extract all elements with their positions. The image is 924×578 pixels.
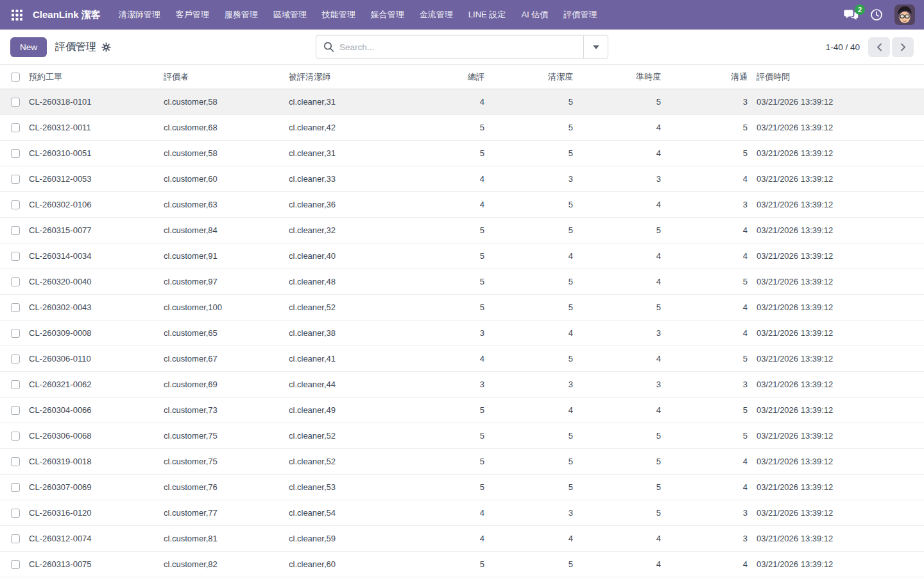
header-punctual[interactable]: 準時度 [573, 71, 661, 83]
header-overall[interactable]: 總評 [443, 71, 484, 83]
cell-punctual: 5 [573, 482, 661, 492]
table-row[interactable]: CL-260312-0053 cl.customer,60 cl.cleaner… [0, 166, 924, 192]
cell-cleaner: cl.cleaner,48 [289, 277, 443, 286]
table-row[interactable]: CL-260312-0011 cl.customer,68 cl.cleaner… [0, 115, 924, 141]
cell-order-number: CL-260310-0051 [29, 148, 164, 158]
gear-icon[interactable] [101, 42, 111, 52]
cell-clean: 5 [484, 457, 573, 466]
table-row[interactable]: CL-260315-0077 cl.customer,84 cl.cleaner… [0, 218, 924, 243]
cell-comm: 4 [661, 559, 748, 569]
table-row[interactable]: CL-260304-0066 cl.customer,73 cl.cleaner… [0, 398, 924, 423]
row-checkbox[interactable] [11, 457, 20, 466]
top-navbar: CleanLink 潔客 清潔師管理客戶管理服務管理區域管理技能管理媒合管理金流… [0, 0, 924, 30]
header-rater[interactable]: 評價者 [164, 71, 289, 83]
pager-prev-button[interactable] [868, 37, 890, 57]
nav-item-5[interactable]: 媒合管理 [363, 0, 412, 30]
cell-comm: 3 [661, 534, 748, 543]
cell-order-number: CL-260312-0074 [29, 534, 164, 543]
table-row[interactable]: CL-260306-0110 cl.customer,67 cl.cleaner… [0, 346, 924, 372]
cell-time: 03/21/2026 13:39:12 [748, 302, 924, 312]
row-checkbox[interactable] [11, 226, 20, 235]
cell-cleaner: cl.cleaner,38 [289, 328, 443, 338]
row-checkbox[interactable] [11, 432, 20, 441]
nav-item-3[interactable]: 區域管理 [266, 0, 314, 30]
row-checkbox[interactable] [11, 509, 20, 518]
cell-rater: cl.customer,58 [164, 148, 289, 158]
header-clean[interactable]: 清潔度 [484, 71, 573, 83]
table-row[interactable]: CL-260310-0051 cl.customer,58 cl.cleaner… [0, 141, 924, 166]
new-button[interactable]: New [10, 37, 47, 57]
table-row[interactable]: CL-260302-0106 cl.customer,63 cl.cleaner… [0, 192, 924, 218]
activities-button[interactable] [870, 8, 883, 21]
table-row[interactable]: CL-260307-0069 cl.customer,76 cl.cleaner… [0, 475, 924, 500]
nav-item-4[interactable]: 技能管理 [314, 0, 363, 30]
select-all-checkbox[interactable] [11, 73, 20, 82]
table-row[interactable]: CL-260314-0034 cl.customer,91 cl.cleaner… [0, 243, 924, 269]
row-checkbox[interactable] [11, 406, 20, 415]
table-row[interactable]: CL-260309-0008 cl.customer,65 cl.cleaner… [0, 320, 924, 346]
table-row[interactable]: CL-260319-0018 cl.customer,75 cl.cleaner… [0, 449, 924, 475]
nav-item-7[interactable]: LINE 設定 [461, 0, 514, 30]
app-brand[interactable]: CleanLink 潔客 [33, 9, 101, 21]
header-comm[interactable]: 溝通 [661, 71, 748, 83]
nav-item-9[interactable]: 評價管理 [556, 0, 604, 30]
user-avatar[interactable] [894, 4, 915, 25]
table-row[interactable]: CL-260320-0040 cl.customer,97 cl.cleaner… [0, 269, 924, 295]
row-checkbox[interactable] [11, 483, 20, 492]
row-checkbox[interactable] [11, 252, 20, 261]
cell-time: 03/21/2026 13:39:12 [748, 380, 924, 389]
nav-item-1[interactable]: 客戶管理 [168, 0, 217, 30]
table-row[interactable]: CL-260302-0043 cl.customer,100 cl.cleane… [0, 295, 924, 320]
cell-rater: cl.customer,69 [164, 380, 289, 389]
row-checkbox[interactable] [11, 149, 20, 158]
table-row[interactable]: CL-260321-0062 cl.customer,69 cl.cleaner… [0, 372, 924, 398]
apps-grid-icon[interactable] [8, 10, 26, 21]
row-checkbox[interactable] [11, 277, 20, 286]
row-checkbox[interactable] [11, 534, 20, 543]
nav-item-6[interactable]: 金流管理 [412, 0, 461, 30]
cell-clean: 3 [484, 380, 573, 389]
cell-punctual: 4 [573, 200, 661, 209]
cell-overall: 5 [443, 302, 484, 312]
cell-cleaner: cl.cleaner,60 [289, 559, 443, 569]
messages-button[interactable]: 2 [844, 9, 859, 21]
cell-punctual: 4 [573, 354, 661, 363]
messages-badge: 2 [855, 4, 865, 15]
search-input[interactable] [339, 42, 583, 52]
nav-item-0[interactable]: 清潔師管理 [111, 0, 168, 30]
row-checkbox[interactable] [11, 123, 20, 132]
table-row[interactable]: CL-260318-0101 cl.customer,58 cl.cleaner… [0, 89, 924, 115]
row-checkbox[interactable] [11, 98, 20, 107]
page-title: 評價管理 [55, 40, 96, 54]
cell-punctual: 5 [573, 302, 661, 312]
search-dropdown-toggle[interactable] [584, 36, 608, 58]
table-row[interactable]: CL-260316-0120 cl.customer,77 cl.cleaner… [0, 500, 924, 526]
cell-clean: 5 [484, 559, 573, 569]
header-time[interactable]: 評價時間 [748, 71, 924, 83]
header-cleaner[interactable]: 被評清潔師 [289, 71, 443, 83]
cell-cleaner: cl.cleaner,59 [289, 534, 443, 543]
table-row[interactable]: CL-260312-0074 cl.customer,81 cl.cleaner… [0, 526, 924, 552]
cell-comm: 3 [661, 200, 748, 209]
cell-order-number: CL-260319-0018 [29, 457, 164, 466]
header-order[interactable]: 預約工單 [29, 71, 164, 83]
row-checkbox[interactable] [11, 329, 20, 338]
cell-rater: cl.customer,65 [164, 328, 289, 338]
table-row[interactable]: CL-260306-0068 cl.customer,75 cl.cleaner… [0, 423, 924, 449]
cell-comm: 5 [661, 123, 748, 132]
pager-next-button[interactable] [892, 37, 914, 57]
row-checkbox[interactable] [11, 380, 20, 389]
nav-item-8[interactable]: AI 估價 [513, 0, 556, 30]
cell-time: 03/21/2026 13:39:12 [748, 534, 924, 543]
cell-overall: 4 [443, 534, 484, 543]
cell-time: 03/21/2026 13:39:12 [748, 225, 924, 235]
row-checkbox[interactable] [11, 175, 20, 184]
cell-overall: 4 [443, 508, 484, 518]
row-checkbox[interactable] [11, 355, 20, 363]
table-row[interactable]: CL-260313-0075 cl.customer,82 cl.cleaner… [0, 552, 924, 577]
row-checkbox[interactable] [11, 303, 20, 312]
nav-item-2[interactable]: 服務管理 [217, 0, 266, 30]
row-checkbox[interactable] [11, 200, 20, 209]
cell-cleaner: cl.cleaner,31 [289, 148, 443, 158]
row-checkbox[interactable] [11, 560, 20, 569]
